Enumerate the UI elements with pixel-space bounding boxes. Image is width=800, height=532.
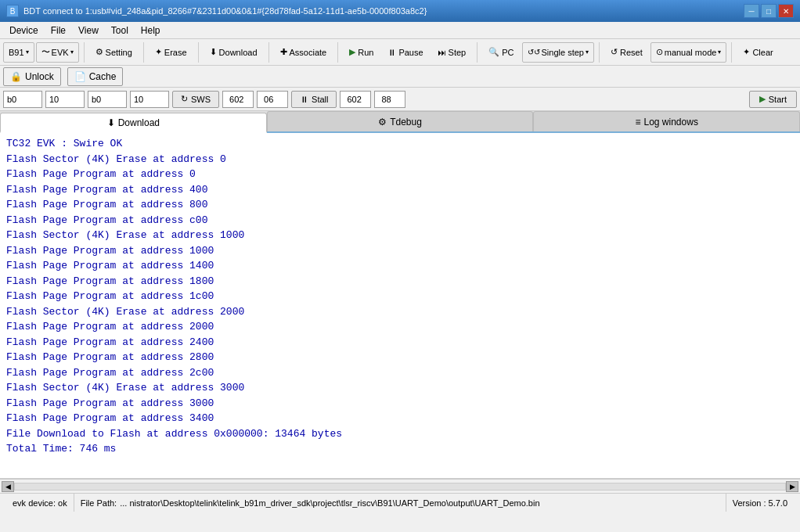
stall-label-group: ⏸ Stall: [291, 91, 337, 108]
sws-val1: 602: [222, 91, 254, 108]
erase-icon: ✦: [155, 47, 162, 57]
pause-label: Pause: [398, 48, 423, 57]
associate-icon: ✚: [280, 47, 287, 57]
field3-input[interactable]: [88, 91, 127, 108]
cache-button[interactable]: 📄 Cache: [67, 67, 124, 86]
sws-button[interactable]: ↻ SWS: [172, 91, 219, 108]
download-button[interactable]: ⬇ Download: [204, 42, 264, 63]
chip-label: B91: [9, 48, 24, 57]
erase-group: ✦ Erase: [149, 42, 199, 63]
scroll-right-button[interactable]: ▶: [786, 481, 798, 492]
evk-wave-icon: 〜: [41, 46, 50, 58]
sws-val2: 06: [257, 91, 288, 108]
run-group: ▶ Run ⏸ Pause ⏭ Step: [343, 42, 477, 63]
stall-val2: 88: [374, 91, 405, 108]
scroll-left-button[interactable]: ◀: [2, 481, 14, 492]
evk-chevron-icon: ▾: [70, 49, 74, 56]
associate-button[interactable]: ✚ Associate: [274, 42, 333, 63]
refresh-icon: ↻: [181, 94, 188, 104]
run-button[interactable]: ▶ Run: [343, 42, 380, 63]
start-label: Start: [769, 95, 787, 104]
log-line: Flash Sector (4K) Erase at address 2000: [6, 304, 794, 320]
download-icon: ⬇: [210, 47, 217, 57]
minimize-button[interactable]: ─: [744, 4, 759, 18]
run-icon: ▶: [349, 47, 355, 57]
clear-button[interactable]: ✦ Clear: [737, 42, 779, 63]
tab-tdebug[interactable]: ⚙ Tdebug: [267, 111, 534, 131]
tab-download[interactable]: ⬇ Download: [0, 113, 267, 133]
chip-selector[interactable]: B91 ▾: [3, 42, 34, 63]
reset-label: Reset: [620, 48, 643, 57]
menu-view[interactable]: View: [72, 23, 105, 38]
unlock-button[interactable]: 🔒 Unlock: [3, 67, 61, 86]
pc-button[interactable]: 🔍 PC: [482, 42, 520, 63]
pc-magnify-icon: 🔍: [488, 47, 499, 57]
field3-group: [88, 91, 127, 108]
log-line: Flash Page Program at address 2800: [6, 350, 794, 365]
setting-button[interactable]: ⚙ Setting: [89, 42, 139, 63]
tab-download-icon: ⬇: [107, 117, 115, 128]
reset-button[interactable]: ↺ Reset: [604, 42, 649, 63]
clear-group: ✦ Clear: [737, 42, 784, 63]
file-path-value: ... nistrator\Desktop\telink\telink_b91m…: [120, 498, 539, 508]
tab-logwindows-label: Log windows: [644, 117, 698, 128]
setting-icon: ⚙: [95, 47, 103, 57]
field1-input[interactable]: [3, 91, 42, 108]
unlock-label: Unlock: [25, 71, 54, 82]
filepath-segment: File Path: ... nistrator\Desktop\telink\…: [74, 494, 726, 512]
log-line: Flash Sector (4K) Erase at address 1000: [6, 228, 794, 243]
evk-status-segment: evk device: ok: [6, 494, 74, 512]
field4-input[interactable]: [130, 91, 169, 108]
log-line: Flash Page Program at address 2400: [6, 335, 794, 350]
log-line: Flash Sector (4K) Erase at address 3000: [6, 380, 794, 396]
status-bar: evk device: ok File Path: ... nistrator\…: [0, 493, 800, 512]
menu-file[interactable]: File: [45, 23, 72, 38]
window-title: BDT connect to 1:usb#vid_248a&pid_8266#7…: [23, 6, 427, 16]
maximize-button[interactable]: □: [761, 4, 777, 18]
pc-label: PC: [502, 48, 514, 57]
pause-button[interactable]: ⏸ Pause: [381, 42, 429, 63]
evk-label: EVK: [52, 48, 69, 57]
tab-bar: ⬇ Download ⚙ Tdebug ≡ Log windows: [0, 111, 800, 133]
file-path-label: File Path:: [81, 498, 117, 508]
evk-status-text: evk device: ok: [13, 498, 67, 508]
tab-logwindows-icon: ≡: [635, 117, 640, 128]
stall-label: Stall: [312, 95, 328, 104]
tab-logwindows[interactable]: ≡ Log windows: [533, 111, 800, 131]
cache-label: Cache: [89, 71, 117, 82]
cache-icon: 📄: [74, 71, 86, 82]
close-button[interactable]: ✕: [778, 4, 794, 18]
pc-group: 🔍 PC ↺↺ Single step ▾: [482, 42, 600, 63]
single-step-icon: ↺↺: [528, 48, 540, 56]
log-container: TC32 EVK : Swire OKFlash Sector (4K) Era…: [0, 133, 800, 479]
status-row: ↻ SWS 602 06 ⏸ Stall 602 88 ▶ Start: [0, 88, 800, 111]
unlock-row: 🔒 Unlock 📄 Cache: [0, 66, 800, 88]
manual-mode-label: manual mode: [665, 48, 717, 57]
erase-button[interactable]: ✦ Erase: [149, 42, 193, 63]
single-step-chevron-icon: ▾: [586, 49, 589, 56]
field2-group: [45, 91, 85, 108]
step-button[interactable]: ⏭ Step: [431, 42, 473, 63]
menu-tool[interactable]: Tool: [105, 23, 135, 38]
associate-label: Associate: [290, 48, 327, 57]
field2-input[interactable]: [45, 91, 85, 108]
single-step-selector[interactable]: ↺↺ Single step ▾: [522, 42, 594, 63]
manual-mode-selector[interactable]: ⊙ manual mode ▾: [650, 42, 727, 63]
evk-selector[interactable]: 〜 EVK ▾: [36, 42, 79, 63]
tab-download-label: Download: [118, 117, 160, 128]
log-line: Total Time: 746 ms: [6, 441, 794, 457]
download-group: ⬇ Download: [204, 42, 269, 63]
horizontal-scrollbar[interactable]: ◀ ▶: [0, 479, 800, 493]
toolbar: B91 ▾ 〜 EVK ▾ ⚙ Setting ✦ Erase ⬇ Downlo…: [0, 39, 800, 66]
log-line: TC32 EVK : Swire OK: [6, 136, 794, 152]
run-label: Run: [358, 48, 373, 57]
tab-tdebug-label: Tdebug: [390, 117, 422, 128]
step-label: Step: [449, 48, 467, 57]
log-area[interactable]: TC32 EVK : Swire OKFlash Sector (4K) Era…: [0, 133, 800, 479]
log-line: Flash Page Program at address 1c00: [6, 289, 794, 304]
menu-device[interactable]: Device: [3, 23, 45, 38]
log-line: Flash Page Program at address 3000: [6, 396, 794, 412]
menu-help[interactable]: Help: [135, 23, 167, 38]
tab-tdebug-icon: ⚙: [378, 117, 387, 128]
start-button[interactable]: ▶ Start: [749, 91, 797, 108]
